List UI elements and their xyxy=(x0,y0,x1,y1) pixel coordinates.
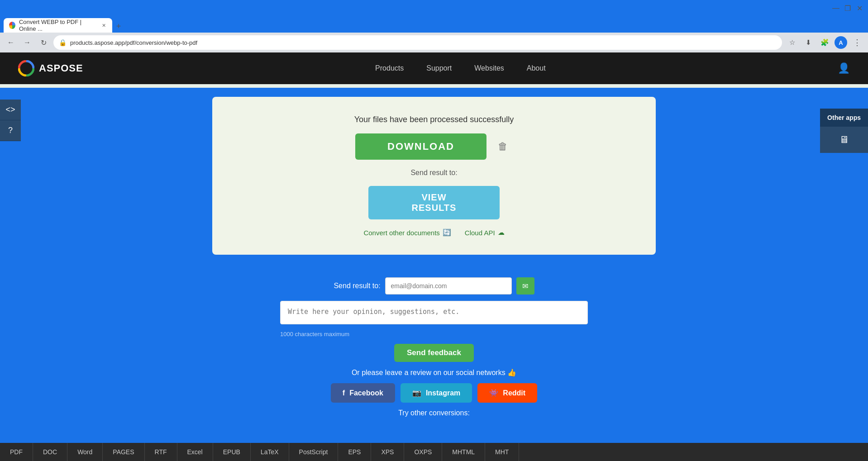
email-send-button[interactable]: ✉ xyxy=(516,277,534,295)
url-display: products.aspose.app/pdf/conversion/webp-… xyxy=(70,39,197,46)
conversion-item-pages[interactable]: PAGES xyxy=(103,443,144,461)
send-email-label: Send result to: xyxy=(334,282,380,290)
send-result-label: Send result to: xyxy=(410,169,457,177)
tab-bar: Convert WEBP to PDF | Online ... ✕ + xyxy=(0,16,868,33)
result-card: Your files have been processed successfu… xyxy=(212,97,656,255)
question-icon: ? xyxy=(8,126,13,135)
facebook-label: Facebook xyxy=(349,389,383,397)
cloud-icon: ☁ xyxy=(498,228,505,237)
reddit-button[interactable]: 👾 Reddit xyxy=(477,383,537,403)
help-button[interactable]: ? xyxy=(0,120,21,141)
refresh-icon: 🔄 xyxy=(443,228,451,237)
menu-button[interactable]: ⋮ xyxy=(851,36,863,49)
logo-text: ASPOSE xyxy=(39,62,83,74)
main-area: Your files have been processed successfu… xyxy=(0,88,868,268)
nav-products[interactable]: Products xyxy=(375,64,404,72)
close-button[interactable]: ✕ xyxy=(856,5,863,11)
download-button[interactable]: ⬇ xyxy=(802,36,815,49)
conversion-item-mhtml[interactable]: MHTML xyxy=(442,443,485,461)
conversion-item-rtf[interactable]: RTF xyxy=(145,443,177,461)
convert-other-link[interactable]: Convert other documents 🔄 xyxy=(363,228,451,237)
monitor-icon: 🖥 xyxy=(839,134,849,146)
instagram-icon: 📷 xyxy=(412,389,421,397)
title-bar: — ❐ ✕ xyxy=(0,0,868,16)
conversion-item-eps[interactable]: EPS xyxy=(338,443,371,461)
side-panel: Other apps 🖥 xyxy=(820,109,868,153)
download-row: DOWNLOAD 🗑 xyxy=(355,133,513,160)
view-results-button[interactable]: VIEW RESULTS xyxy=(368,186,500,219)
below-card-section: Send result to: ✉ 1000 characters maximu… xyxy=(0,268,868,426)
reddit-icon: 👾 xyxy=(489,389,498,397)
conversion-item-postscript[interactable]: PostScript xyxy=(289,443,339,461)
address-bar[interactable]: 🔒 products.aspose.app/pdf/conversion/web… xyxy=(53,35,782,50)
social-review-text: Or please leave a review on our social n… xyxy=(352,368,516,377)
conversion-item-oxps[interactable]: OXPS xyxy=(404,443,442,461)
conversion-item-mht[interactable]: MHT xyxy=(485,443,519,461)
title-bar-controls: — ❐ ✕ xyxy=(833,5,863,11)
code-button[interactable]: <> xyxy=(0,100,21,120)
conversion-item-epub[interactable]: EPUB xyxy=(213,443,251,461)
new-tab-button[interactable]: + xyxy=(112,20,125,33)
tab-title: Convert WEBP to PDF | Online ... xyxy=(19,19,95,32)
success-message: Your files have been processed successfu… xyxy=(354,115,514,124)
logo[interactable]: ASPOSE xyxy=(18,60,83,76)
user-icon[interactable]: 👤 xyxy=(838,62,850,74)
conversion-item-latex[interactable]: LaTeX xyxy=(251,443,289,461)
send-email-row: Send result to: ✉ xyxy=(334,277,534,295)
omnibox-bar: ← → ↻ 🔒 products.aspose.app/pdf/conversi… xyxy=(0,33,868,52)
social-buttons: f Facebook 📷 Instagram 👾 Reddit xyxy=(331,383,537,403)
code-icon: <> xyxy=(5,105,15,114)
conversion-item-word[interactable]: Word xyxy=(67,443,103,461)
conversion-item-excel[interactable]: Excel xyxy=(177,443,213,461)
instagram-label: Instagram xyxy=(426,389,460,397)
instagram-button[interactable]: 📷 Instagram xyxy=(401,383,472,403)
conversions-bar: PDFDOCWordPAGESRTFExcelEPUBLaTeXPostScri… xyxy=(0,443,868,461)
conversion-item-xps[interactable]: XPS xyxy=(371,443,404,461)
send-feedback-button[interactable]: Send feedback xyxy=(394,344,474,362)
reddit-label: Reddit xyxy=(503,389,525,397)
nav-links: Products Support Websites About xyxy=(375,64,546,72)
maximize-button[interactable]: ❐ xyxy=(844,5,851,11)
facebook-icon: f xyxy=(343,389,345,397)
try-other-text: Try other conversions: xyxy=(398,409,470,417)
tab-close-button[interactable]: ✕ xyxy=(100,22,107,29)
nav-websites[interactable]: Websites xyxy=(474,64,504,72)
delete-button[interactable]: 🗑 xyxy=(493,137,513,157)
lock-icon: 🔒 xyxy=(59,39,67,46)
cloud-api-text: Cloud API xyxy=(465,229,495,237)
omnibox-right: ☆ ⬇ 🧩 A ⋮ xyxy=(786,36,863,49)
forward-button[interactable]: → xyxy=(21,36,33,49)
facebook-button[interactable]: f Facebook xyxy=(331,383,395,403)
navbar: ASPOSE Products Support Websites About 👤 xyxy=(0,52,868,84)
monitor-button[interactable]: 🖥 xyxy=(820,127,868,153)
thin-divider xyxy=(0,84,868,88)
extensions-button[interactable]: 🧩 xyxy=(818,36,831,49)
bookmark-button[interactable]: ☆ xyxy=(786,36,798,49)
feedback-textarea[interactable] xyxy=(280,301,588,324)
char-limit-text: 1000 characters maximum xyxy=(280,331,349,337)
active-tab[interactable]: Convert WEBP to PDF | Online ... ✕ xyxy=(4,18,112,33)
refresh-button[interactable]: ↻ xyxy=(37,36,50,49)
nav-support[interactable]: Support xyxy=(426,64,452,72)
conversion-item-doc[interactable]: DOC xyxy=(33,443,67,461)
nav-about[interactable]: About xyxy=(527,64,546,72)
tab-favicon xyxy=(9,22,15,29)
action-links: Convert other documents 🔄 Cloud API ☁ xyxy=(363,228,504,237)
conversion-item-pdf[interactable]: PDF xyxy=(0,443,33,461)
other-apps-button[interactable]: Other apps xyxy=(820,109,868,127)
profile-button[interactable]: A xyxy=(835,36,847,49)
cloud-api-link[interactable]: Cloud API ☁ xyxy=(465,228,505,237)
page-content: ASPOSE Products Support Websites About 👤… xyxy=(0,52,868,451)
aspose-logo-icon xyxy=(18,60,34,76)
minimize-button[interactable]: — xyxy=(833,5,839,11)
download-button[interactable]: DOWNLOAD xyxy=(355,133,486,160)
left-side-panel: <> ? xyxy=(0,100,21,141)
email-input[interactable] xyxy=(385,277,512,295)
back-button[interactable]: ← xyxy=(5,36,17,49)
convert-other-text: Convert other documents xyxy=(363,229,439,237)
browser-chrome: — ❐ ✕ Convert WEBP to PDF | Online ... ✕… xyxy=(0,0,868,52)
